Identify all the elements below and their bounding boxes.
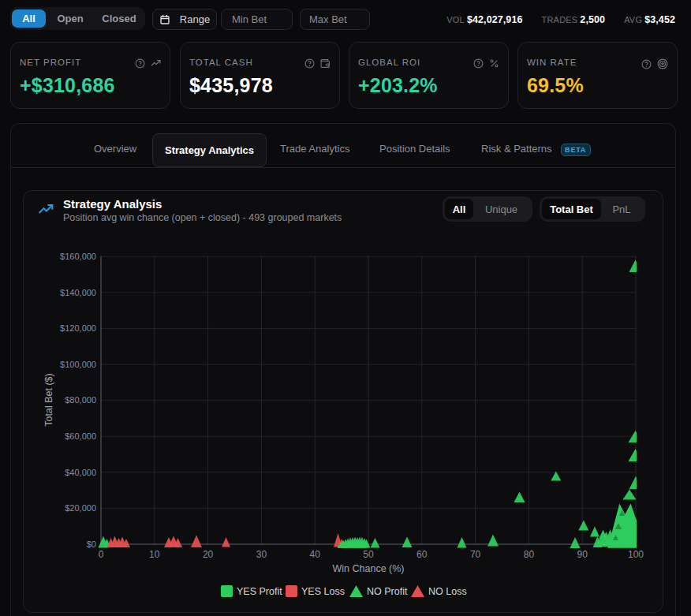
svg-text:$20,000: $20,000 bbox=[65, 503, 96, 513]
svg-text:30: 30 bbox=[256, 549, 267, 560]
svg-text:Total Bet ($): Total Bet ($) bbox=[43, 373, 54, 426]
svg-text:Win Chance (%): Win Chance (%) bbox=[333, 563, 405, 574]
svg-text:90: 90 bbox=[577, 549, 588, 560]
svg-text:YES Loss: YES Loss bbox=[301, 586, 345, 597]
svg-text:NO Loss: NO Loss bbox=[428, 586, 467, 597]
svg-text:$100,000: $100,000 bbox=[60, 360, 96, 369]
svg-text:40: 40 bbox=[310, 549, 321, 560]
svg-text:$80,000: $80,000 bbox=[65, 395, 96, 405]
svg-text:$0: $0 bbox=[87, 539, 96, 549]
svg-text:20: 20 bbox=[203, 549, 214, 560]
svg-text:10: 10 bbox=[149, 549, 160, 560]
svg-text:$140,000: $140,000 bbox=[60, 288, 96, 297]
svg-text:NO Profit: NO Profit bbox=[367, 586, 408, 597]
svg-text:$160,000: $160,000 bbox=[60, 252, 96, 261]
svg-text:60: 60 bbox=[416, 549, 428, 560]
svg-text:70: 70 bbox=[470, 549, 481, 560]
svg-text:$120,000: $120,000 bbox=[60, 323, 96, 333]
svg-text:$40,000: $40,000 bbox=[65, 468, 96, 477]
svg-text:100: 100 bbox=[628, 549, 644, 560]
svg-text:50: 50 bbox=[363, 549, 374, 560]
svg-text:0: 0 bbox=[99, 549, 104, 560]
svg-text:80: 80 bbox=[524, 549, 535, 560]
svg-text:YES Profit: YES Profit bbox=[237, 586, 282, 597]
svg-text:$60,000: $60,000 bbox=[65, 431, 96, 441]
